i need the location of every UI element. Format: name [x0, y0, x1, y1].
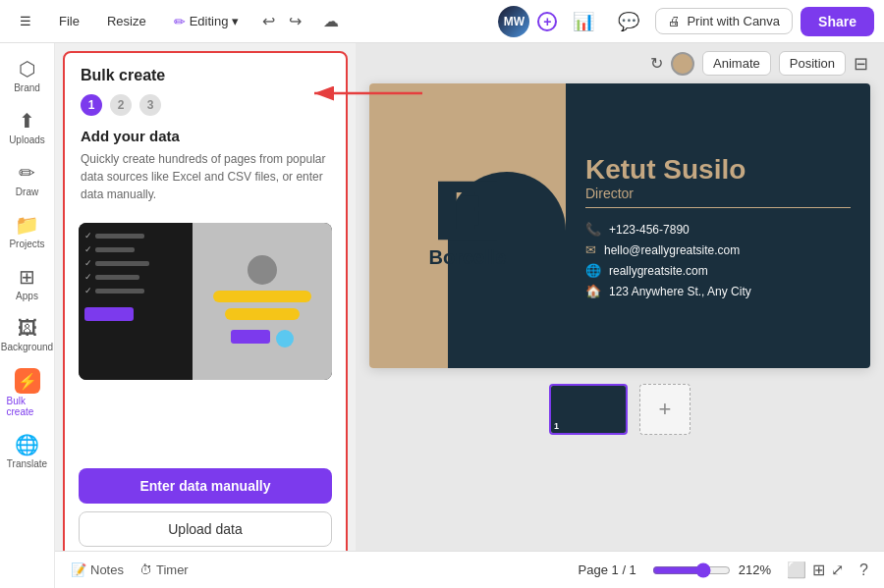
sidebar-item-label: Bulk create — [7, 396, 48, 417]
resize-button[interactable]: Resize — [97, 9, 156, 33]
page-indicator: Page 1 / 1 — [579, 562, 636, 577]
contact-details: 📞 +123-456-7890 ✉ hello@reallygreatsite.… — [585, 222, 851, 298]
canvas-toolbar: ↻ Animate Position ⊟ — [371, 51, 868, 76]
preview-inner: ✓ ✓ ✓ ✓ ✓ — [79, 223, 332, 380]
print-label: Print with Canva — [687, 14, 780, 28]
zoom-percentage: 212% — [739, 562, 771, 577]
undo-button[interactable]: ↩ — [256, 8, 281, 34]
card-logo-area: 🅱 Borcelle — [429, 184, 507, 269]
bulk-create-preview: ✓ ✓ ✓ ✓ ✓ — [79, 223, 332, 380]
add-page-button[interactable]: + — [639, 384, 691, 435]
sidebar-item-projects[interactable]: 📁 Projects — [3, 207, 52, 255]
color-picker[interactable] — [671, 52, 694, 76]
topbar-left: ☰ File Resize ✏ Editing ▾ ↩ ↪ ☁ — [10, 8, 492, 34]
timer-icon: ⏱ — [139, 562, 152, 577]
bulk-create-icon: ⚡ — [15, 368, 40, 394]
add-data-description: Quickly create hundreds of pages from po… — [81, 150, 330, 203]
filter-button[interactable]: ⊟ — [854, 53, 868, 75]
sidebar-item-brand[interactable]: ⬡ Brand — [3, 51, 52, 99]
address-icon: 🏠 — [585, 284, 601, 298]
phone-number: +123-456-7890 — [609, 223, 690, 237]
main-layout: ⬡ Brand ⬆ Uploads ✏ Draw 📁 Projects ⊞ Ap… — [0, 43, 884, 588]
steps-row: 1 2 3 — [81, 94, 330, 116]
preview-avatar — [248, 255, 277, 285]
page-thumbnail-1[interactable]: 1 — [549, 384, 628, 435]
phone-row: 📞 +123-456-7890 — [585, 222, 851, 237]
bottom-bar: 📝 Notes ⏱ Timer Page 1 / 1 212% ⬜ ⊞ ⤢ ? — [55, 551, 884, 588]
print-button[interactable]: 🖨 Print with Canva — [655, 8, 793, 34]
sidebar-item-label: Projects — [9, 239, 44, 249]
position-button[interactable]: Position — [779, 51, 846, 76]
fullscreen-button[interactable]: ⤢ — [831, 561, 844, 579]
sidebar-item-translate[interactable]: 🌐 Translate — [3, 427, 52, 475]
enter-data-button[interactable]: Enter data manually — [79, 468, 332, 504]
file-menu-button[interactable]: File — [49, 9, 89, 33]
editing-mode-button[interactable]: ✏ Editing ▾ — [164, 9, 249, 34]
upload-data-button[interactable]: Upload data — [79, 511, 332, 547]
step-1[interactable]: 1 — [81, 94, 102, 116]
email-row: ✉ hello@reallygreatsite.com — [585, 242, 851, 257]
step-2[interactable]: 2 — [110, 94, 132, 116]
avatar[interactable]: MW — [498, 6, 529, 37]
fit-page-button[interactable]: ⬜ — [787, 561, 806, 579]
contact-name: Ketut Susilo — [585, 153, 851, 187]
thumbnails-row: 1 + — [549, 384, 691, 435]
website-row: 🌐 reallygreatsite.com — [585, 263, 851, 278]
add-data-title: Add your data — [81, 128, 330, 144]
sidebar-item-uploads[interactable]: ⬆ Uploads — [3, 103, 52, 151]
chevron-down-icon: ▾ — [232, 14, 239, 28]
background-icon: 🖼 — [18, 317, 37, 340]
sidebar-item-background[interactable]: 🖼 Background — [3, 311, 52, 358]
bulk-panel-title: Bulk create — [81, 67, 330, 84]
address-row: 🏠 123 Anywhere St., Any City — [585, 284, 851, 298]
stats-button[interactable]: 📊 — [565, 7, 602, 36]
sidebar-item-bulk-create[interactable]: ⚡ Bulk create — [3, 362, 52, 423]
sidebar-item-apps[interactable]: ⊞ Apps — [3, 259, 52, 307]
website-url: reallygreatsite.com — [609, 264, 708, 278]
share-button[interactable]: Share — [801, 7, 874, 36]
brand-name: Borcelle — [429, 246, 507, 269]
animate-button[interactable]: Animate — [702, 51, 771, 76]
preview-bar1 — [213, 291, 312, 302]
card-left-panel: 🅱 Borcelle — [369, 83, 566, 368]
website-icon: 🌐 — [585, 263, 601, 278]
business-card: 🅱 Borcelle Ketut Susilo Director 📞 +123-… — [369, 83, 870, 368]
redo-button[interactable]: ↪ — [283, 8, 307, 34]
help-button[interactable]: ? — [859, 561, 868, 579]
add-collaborator-button[interactable]: + — [537, 12, 557, 31]
preview-right-panel — [193, 223, 332, 380]
preview-bar2 — [225, 308, 300, 320]
draw-icon: ✏ — [19, 161, 35, 185]
canvas-area: ↻ Animate Position ⊟ 🅱 Borcelle Ketut Su… — [356, 43, 884, 588]
timer-button[interactable]: ⏱ Timer — [139, 562, 189, 577]
notes-button[interactable]: 📝 Notes — [71, 562, 124, 577]
contact-title: Director — [585, 186, 851, 208]
email-icon: ✉ — [585, 242, 596, 257]
topbar-right: MW + 📊 💬 🖨 Print with Canva Share — [498, 6, 874, 37]
comments-button[interactable]: 💬 — [610, 7, 647, 36]
menu-button[interactable]: ☰ — [10, 9, 41, 33]
sidebar-item-label: Background — [1, 342, 53, 352]
card-right-panel: Ketut Susilo Director 📞 +123-456-7890 ✉ … — [566, 83, 870, 368]
sidebar-item-label: Translate — [7, 458, 47, 469]
view-buttons: ⬜ ⊞ ⤢ — [787, 561, 844, 579]
sidebar-icons: ⬡ Brand ⬆ Uploads ✏ Draw 📁 Projects ⊞ Ap… — [0, 43, 55, 588]
step-3[interactable]: 3 — [139, 94, 161, 116]
refresh-button[interactable]: ↻ — [650, 54, 663, 73]
sidebar-item-label: Draw — [16, 187, 38, 197]
email-address: hello@reallygreatsite.com — [604, 243, 740, 257]
address-text: 123 Anywhere St., Any City — [609, 285, 751, 298]
apps-icon: ⊞ — [19, 265, 35, 289]
sidebar-item-label: Apps — [16, 291, 38, 301]
bulk-create-panel: Bulk create 1 2 3 Add your data Quickly … — [63, 51, 348, 580]
zoom-slider[interactable] — [652, 562, 731, 578]
grid-view-button[interactable]: ⊞ — [812, 561, 825, 579]
notes-label: Notes — [90, 562, 124, 577]
cloud-save-button[interactable]: ☁ — [315, 8, 347, 34]
printer-icon: 🖨 — [668, 14, 681, 28]
translate-icon: 🌐 — [15, 433, 39, 456]
zoom-bar: 212% — [652, 562, 771, 578]
topbar: ☰ File Resize ✏ Editing ▾ ↩ ↪ ☁ MW + 📊 💬… — [0, 0, 884, 43]
sidebar-item-draw[interactable]: ✏ Draw — [3, 155, 52, 203]
sidebar-item-label: Uploads — [9, 134, 45, 145]
